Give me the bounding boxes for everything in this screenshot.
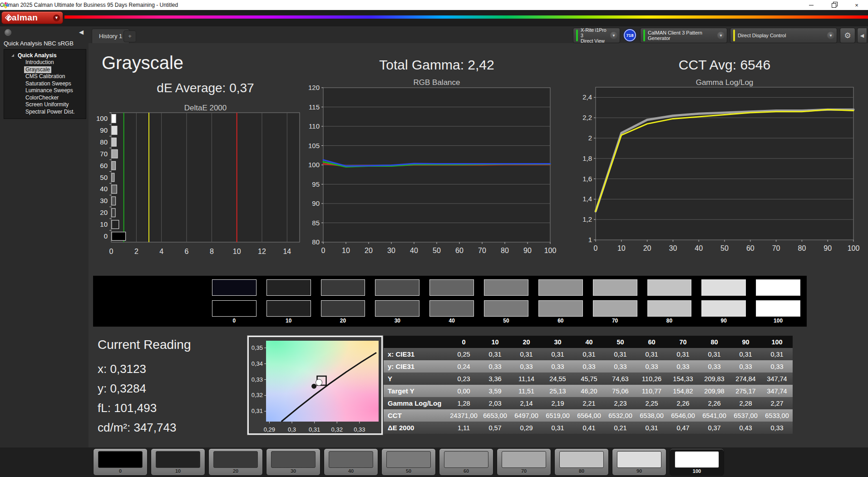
svg-text:8: 8	[210, 248, 214, 255]
pattern-button-60[interactable]: 60	[439, 448, 493, 476]
tree-item-spectral-power-dist-[interactable]: Spectral Power Dist.	[24, 109, 76, 116]
tree-item-screen-uniformity[interactable]: Screen Uniformity	[24, 101, 70, 109]
pattern-button-10[interactable]: 10	[151, 448, 205, 476]
pattern-generator-dropdown[interactable]: CalMAN Client 3 Pattern Generator ▼	[640, 28, 727, 43]
table-cell: 1,11	[448, 422, 479, 434]
table-cell: 2,03	[479, 397, 511, 409]
tree-item-cms-calibration[interactable]: CMS Calibration	[24, 73, 66, 80]
svg-text:30: 30	[387, 247, 395, 254]
tree-expander-icon[interactable]	[11, 54, 14, 57]
table-cell: 6653,00	[479, 409, 511, 422]
actual-swatch-90	[701, 279, 746, 296]
pattern-label: 70	[497, 468, 551, 474]
grayscale-column-80: 80	[647, 276, 692, 324]
minimize-button[interactable]	[800, 0, 823, 10]
meter-name: X-Rite i1Pro 3	[581, 27, 607, 38]
table-cell: 11,51	[511, 385, 542, 397]
target-swatch-90	[701, 300, 746, 317]
calman-menu-button[interactable]: calman ▼	[1, 11, 63, 24]
tree-item-saturation-sweeps[interactable]: Saturation Sweeps	[24, 80, 73, 88]
pattern-button-50[interactable]: 50	[381, 448, 436, 476]
settings-button[interactable]: ⚙	[840, 28, 855, 43]
pattern-swatch	[213, 451, 258, 468]
svg-text:10: 10	[342, 247, 350, 254]
de-average-readout: dE Average: 0,37	[111, 81, 300, 95]
svg-text:0,33: 0,33	[354, 426, 365, 433]
table-cell: 0,25	[448, 348, 479, 360]
actual-swatch-0	[212, 279, 256, 296]
close-button[interactable]: ×	[845, 0, 868, 10]
pattern-button-90[interactable]: 90	[612, 448, 666, 476]
table-cell: 1,28	[448, 397, 479, 409]
actual-swatch-10	[266, 279, 311, 296]
tree-item-grayscale[interactable]: Grayscale	[24, 66, 51, 74]
svg-text:2,2: 2,2	[582, 114, 592, 121]
svg-text:20: 20	[643, 244, 651, 252]
workflow-status-dot[interactable]	[5, 29, 11, 36]
svg-text:6: 6	[185, 248, 189, 255]
table-row: x: CIE310,250,310,310,310,310,310,310,31…	[384, 348, 793, 360]
pattern-swatch	[502, 451, 546, 468]
pattern-button-100[interactable]: 100	[670, 448, 724, 476]
svg-text:50: 50	[100, 174, 108, 181]
meter-count-badge[interactable]: 718	[624, 29, 636, 41]
svg-text:50: 50	[433, 247, 441, 254]
pattern-swatch	[444, 451, 488, 468]
pattern-button-80[interactable]: 80	[554, 448, 609, 476]
pattern-button-20[interactable]: 20	[208, 448, 263, 476]
swatch-level-label: 90	[701, 318, 746, 324]
pattern-label: 0	[94, 468, 147, 474]
svg-text:10: 10	[233, 248, 241, 255]
table-cell: 25,13	[542, 385, 573, 397]
pattern-label: 10	[151, 468, 205, 474]
swatch-level-label: 100	[756, 318, 800, 324]
svg-text:0,3: 0,3	[288, 426, 296, 433]
table-corner-cell	[384, 336, 448, 348]
table-column-header: 60	[636, 336, 667, 348]
svg-text:100: 100	[848, 244, 860, 252]
table-cell: 209,83	[699, 373, 730, 385]
table-row: y: CIE310,240,330,330,330,330,330,330,33…	[384, 360, 793, 373]
swatch-level-label: 60	[538, 318, 583, 324]
panel-collapse-button[interactable]: ◀	[857, 28, 867, 43]
svg-text:90: 90	[824, 244, 832, 252]
sidebar-collapse-icon[interactable]: ◀	[79, 29, 84, 35]
display-control-dropdown[interactable]: Direct Display Control ▼	[730, 28, 837, 43]
deltae-2000-chart: 024681012141009080706050403020100	[89, 112, 302, 258]
meter-dropdown[interactable]: X-Rite i1Pro 3Direct View ▼	[573, 28, 620, 43]
table-cell: 0,31	[542, 348, 573, 360]
pattern-button-30[interactable]: 30	[266, 448, 321, 476]
tree-item-colorchecker[interactable]: ColorChecker	[24, 94, 60, 102]
svg-text:1: 1	[588, 236, 592, 243]
table-header-row: 0102030405060708090100	[384, 336, 793, 348]
minimize-icon	[809, 5, 814, 5]
actual-swatch-30	[375, 279, 419, 296]
target-swatch-10	[266, 300, 311, 317]
svg-text:70: 70	[478, 247, 486, 254]
tree-root-quick-analysis[interactable]: Quick Analysis	[18, 52, 86, 59]
restore-button[interactable]	[823, 0, 845, 10]
table-cell: 0,31	[761, 348, 793, 360]
table-cell: 110,77	[636, 385, 667, 397]
pattern-button-70[interactable]: 70	[497, 448, 551, 476]
svg-text:40: 40	[410, 247, 418, 254]
table-cell: 0,00	[448, 385, 479, 397]
pattern-button-40[interactable]: 40	[324, 448, 378, 476]
table-cell: 0,33	[730, 360, 761, 373]
pattern-label: 80	[555, 468, 608, 474]
restore-icon	[832, 3, 836, 8]
tree-item-luminance-sweeps[interactable]: Luminance Sweeps	[24, 87, 74, 94]
tree-item-introduction[interactable]: Introduction	[24, 59, 55, 66]
table-row: Target Y0,003,5911,5125,1346,2075,06110,…	[384, 385, 793, 397]
svg-text:40: 40	[695, 244, 703, 252]
pattern-label: 60	[439, 468, 493, 474]
svg-text:0,31: 0,31	[309, 426, 320, 433]
swatch-level-label: 80	[647, 318, 692, 324]
svg-text:100: 100	[544, 247, 557, 254]
cie-chart-panel[interactable]: 0,290,30,310,320,330,310,320,330,340,35	[247, 336, 383, 435]
pattern-swatch	[271, 451, 316, 468]
grayscale-column-30: 30	[375, 276, 419, 324]
pattern-button-0[interactable]: 0	[93, 448, 148, 476]
table-cell: 110,26	[636, 373, 667, 385]
add-tab-button[interactable]: +	[123, 30, 136, 42]
